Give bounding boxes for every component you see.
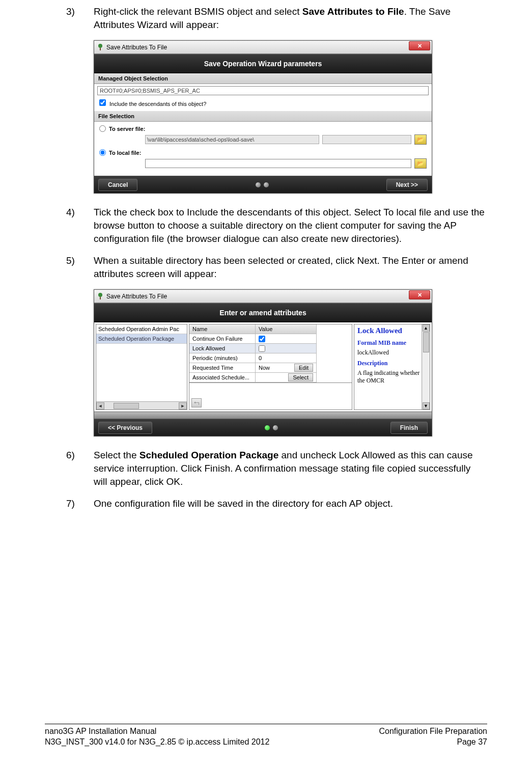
- step-6-text: Select the Scheduled Operation Package a…: [94, 449, 486, 488]
- attr-value: Now Edit: [256, 363, 317, 373]
- save-operation-wizard-dialog: Save Attributes To File ✕ Save Operation…: [94, 40, 432, 194]
- dialog1-footer: Cancel Next >>: [94, 176, 432, 193]
- step-3-prefix: Right-click the relevant BSMIS object an…: [94, 6, 302, 17]
- scroll-thumb[interactable]: [423, 332, 429, 352]
- dialog1-titlebar[interactable]: Save Attributes To File ✕: [94, 41, 432, 54]
- previous-button[interactable]: << Previous: [98, 422, 152, 434]
- progress-dot-2: [273, 425, 278, 430]
- dialog1-header: Save Operation Wizard parameters: [94, 54, 432, 73]
- vertical-scrollbar[interactable]: ▲ ▼: [422, 324, 430, 409]
- finish-button[interactable]: Finish: [390, 422, 428, 434]
- help-panel: Lock Allowed Formal MIB name lockAllowed…: [354, 324, 430, 410]
- server-file-input: [145, 135, 319, 144]
- progress-dot-1: [256, 182, 261, 187]
- step-5-num: 5): [66, 254, 94, 280]
- attr-value[interactable]: 0: [256, 353, 317, 363]
- close-icon[interactable]: ✕: [409, 290, 430, 299]
- step-5-text: When a suitable directory has been selec…: [94, 254, 486, 280]
- server-file-input-2: [322, 135, 411, 144]
- local-file-label: To local file:: [109, 150, 141, 156]
- list-item[interactable]: Scheduled Operation Package: [96, 334, 187, 344]
- step-6: 6) Select the Scheduled Operation Packag…: [66, 449, 486, 488]
- help-val2: A flag indicating whether the OMCR: [357, 369, 427, 385]
- dialog2-footer: << Previous Finish: [94, 419, 432, 436]
- lock-allowed-checkbox[interactable]: [259, 345, 265, 352]
- enter-amend-attributes-dialog: Save Attributes To File ✕ Enter or amend…: [94, 289, 432, 436]
- tree-icon: [96, 43, 104, 51]
- col-name-header: Name: [189, 324, 256, 334]
- object-selection-field[interactable]: ROOT#0;APS#0;BSMIS_APS_PER_AC: [97, 86, 429, 95]
- file-selection-label: File Selection: [94, 111, 432, 122]
- progress-dot-1: [265, 425, 270, 430]
- attr-name: Lock Allowed: [189, 344, 256, 353]
- page-footer: nano3G AP Installation Manual N3G_INST_3…: [45, 724, 487, 748]
- tree-icon: [96, 292, 104, 300]
- list-item[interactable]: Scheduled Operation Admin Pac: [96, 324, 187, 334]
- step-5: 5) When a suitable directory has been se…: [66, 254, 486, 280]
- local-file-radio[interactable]: [99, 149, 106, 156]
- attributes-table: Name Value Continue On Failure Lock Allo…: [189, 324, 352, 383]
- step-4: 4) Tick the check box to Include the des…: [66, 206, 486, 245]
- divider: [94, 412, 432, 419]
- select-button[interactable]: Select: [288, 373, 313, 381]
- step-7-text: One configuration file will be saved in …: [94, 497, 486, 510]
- scroll-left-icon[interactable]: ◄: [96, 402, 104, 409]
- step-4-text: Tick the check box to Include the descen…: [94, 206, 486, 245]
- step-3-text: Right-click the relevant BSMIS object an…: [94, 5, 486, 31]
- step-6-bold: Scheduled Operation Package: [139, 450, 278, 460]
- svg-rect-3: [100, 297, 101, 299]
- step-7: 7) One configuration file will be saved …: [66, 497, 486, 510]
- scroll-up-icon[interactable]: ▲: [423, 324, 430, 332]
- server-file-label: To server file:: [109, 126, 145, 132]
- requested-time-value: Now: [259, 365, 270, 371]
- dialog2-titlebar[interactable]: Save Attributes To File ✕: [94, 290, 432, 303]
- progress-dot-2: [264, 182, 269, 187]
- scroll-thumb[interactable]: [114, 403, 139, 409]
- step-6-prefix: Select the: [94, 450, 139, 460]
- attr-name: Periodic (minutes): [189, 353, 256, 363]
- up-folder-icon[interactable]: ⮢: [191, 398, 202, 407]
- dialog2-title: Save Attributes To File: [106, 293, 167, 300]
- step-4-num: 4): [66, 206, 94, 245]
- scroll-down-icon[interactable]: ▼: [423, 402, 430, 409]
- attr-value[interactable]: [256, 344, 317, 353]
- managed-object-selection-label: Managed Object Selection: [94, 73, 432, 84]
- browse-local-icon[interactable]: 📂: [414, 158, 427, 169]
- local-file-input[interactable]: [145, 159, 411, 168]
- step-3-bold: Save Attributes to File: [302, 6, 404, 17]
- package-list: Scheduled Operation Admin Pac Scheduled …: [96, 324, 187, 410]
- svg-point-2: [98, 293, 102, 297]
- step-3-num: 3): [66, 5, 94, 31]
- dialog1-title: Save Attributes To File: [106, 44, 167, 51]
- svg-rect-1: [100, 48, 101, 50]
- attr-name: Associated Schedule...: [189, 373, 256, 382]
- server-file-radio[interactable]: [99, 125, 106, 132]
- footer-right-2: Page 37: [379, 737, 487, 748]
- scroll-right-icon[interactable]: ►: [179, 402, 187, 409]
- help-sub1: Formal MIB name: [357, 339, 427, 347]
- include-descendants-row[interactable]: Include the descendants of this object?: [94, 97, 432, 111]
- footer-left-1: nano3G AP Installation Manual: [45, 726, 269, 737]
- close-icon[interactable]: ✕: [409, 41, 430, 50]
- attr-value: Select: [256, 373, 317, 382]
- footer-right-1: Configuration File Preparation: [379, 726, 487, 737]
- cancel-button[interactable]: Cancel: [98, 179, 137, 191]
- svg-point-0: [98, 44, 102, 48]
- include-descendants-label: Include the descendants of this object?: [109, 101, 206, 107]
- attr-value[interactable]: [256, 334, 317, 344]
- attr-name: Continue On Failure: [189, 334, 256, 344]
- help-sub2: Description: [357, 360, 427, 367]
- col-value-header: Value: [256, 324, 317, 334]
- step-3: 3) Right-click the relevant BSMIS object…: [66, 5, 486, 31]
- step-6-num: 6): [66, 449, 94, 488]
- step-7-num: 7): [66, 497, 94, 510]
- footer-left-2: N3G_INST_300 v14.0 for N3G_2.85 © ip.acc…: [45, 737, 269, 748]
- continue-on-failure-checkbox[interactable]: [259, 336, 265, 342]
- help-title: Lock Allowed: [357, 326, 427, 335]
- include-descendants-checkbox[interactable]: [99, 99, 106, 106]
- next-button[interactable]: Next >>: [386, 179, 428, 191]
- browse-server-icon[interactable]: 📂: [414, 134, 427, 145]
- horizontal-scrollbar[interactable]: ◄ ►: [96, 401, 187, 409]
- edit-button[interactable]: Edit: [294, 364, 313, 372]
- dialog2-header: Enter or amend attributes: [94, 303, 432, 322]
